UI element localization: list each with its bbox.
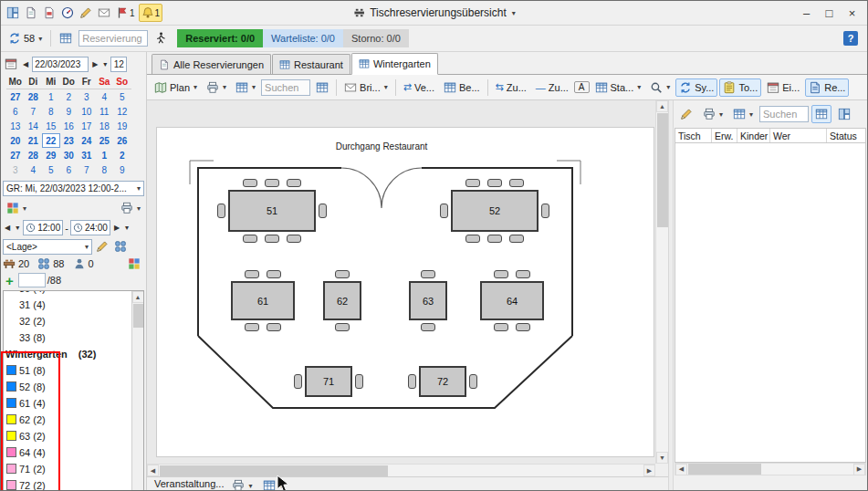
table-view-button[interactable] — [811, 105, 831, 123]
calendar-day[interactable]: 3 — [6, 162, 25, 177]
list-item[interactable]: 33 (8) — [4, 329, 131, 346]
calendar-day[interactable]: 22 — [42, 133, 60, 148]
layout-button[interactable]: ▾ — [729, 105, 757, 123]
column-header-tisch[interactable]: Tisch — [675, 129, 712, 142]
time-to-field[interactable]: 24:00 — [70, 220, 110, 235]
plan-button[interactable]: Plan▾ — [151, 78, 201, 97]
panel-search-input[interactable] — [759, 106, 809, 122]
calendar-day[interactable]: 12 — [113, 104, 131, 119]
edit-button[interactable] — [676, 105, 696, 123]
clear-filter-button[interactable] — [94, 238, 110, 255]
mosaic-icon[interactable] — [128, 257, 141, 270]
reservation-lookup-button[interactable] — [56, 29, 76, 47]
list-item[interactable]: 62 (2) — [4, 412, 131, 428]
calendar-day[interactable]: 10 — [78, 104, 96, 119]
maximize-button[interactable]: □ — [818, 4, 841, 22]
calendar-day[interactable]: 2 — [113, 148, 131, 162]
list-item[interactable]: 71 (2) — [4, 461, 131, 477]
scroll-left-icon[interactable]: ◀ — [147, 465, 159, 476]
list-item[interactable]: 51 (8) — [4, 362, 131, 379]
apply-filter-button[interactable] — [312, 78, 332, 97]
list-item[interactable]: 52 (8) — [4, 379, 131, 395]
close-button[interactable]: × — [841, 4, 863, 22]
calendar-day[interactable]: 6 — [60, 162, 78, 177]
prev-date-button[interactable]: ◀ — [21, 60, 30, 68]
calendar-day[interactable]: 17 — [78, 119, 96, 133]
time-dropdown2-button[interactable]: ▾ — [123, 224, 131, 232]
expand-view-button[interactable] — [834, 105, 854, 123]
calendar-day[interactable]: 1 — [42, 89, 60, 104]
calendar-day[interactable]: 7 — [78, 162, 96, 177]
reservation-search-input[interactable] — [78, 30, 148, 47]
calendar-day[interactable]: 28 — [25, 89, 43, 104]
auto-button[interactable]: A — [574, 81, 590, 93]
calendar-day[interactable]: 27 — [6, 148, 25, 162]
calendar-day[interactable]: 15 — [42, 119, 60, 133]
minimize-button[interactable]: – — [795, 4, 818, 22]
bearbeiten-button[interactable]: Be... — [440, 78, 484, 97]
calendar-day[interactable]: 13 — [6, 119, 25, 133]
scroll-thumb[interactable] — [657, 113, 668, 227]
calendar-button[interactable] — [3, 56, 19, 72]
calendar-day[interactable]: 26 — [113, 133, 131, 148]
dashboard-button[interactable] — [59, 5, 76, 21]
calendar-day[interactable]: 7 — [25, 104, 43, 119]
column-header-erw[interactable]: Erw. — [712, 129, 737, 142]
calendar-day[interactable]: 4 — [25, 162, 43, 177]
reservierung-button[interactable]: Re... — [805, 78, 849, 97]
walkin-button[interactable] — [151, 29, 171, 47]
print-button[interactable]: ▾ — [699, 105, 727, 123]
list-item[interactable]: 31 (4) — [4, 297, 131, 313]
group-select[interactable]: GR: Mi, 22/03/2023 12:00-2... ▾ — [3, 181, 144, 196]
calendar-day[interactable]: 3 — [78, 89, 96, 104]
vertical-scrollbar[interactable]: ▲ ▼ — [655, 100, 668, 464]
list-item[interactable]: 30 (4) — [4, 290, 131, 297]
table-62[interactable]: 62 — [323, 281, 361, 320]
add-button[interactable]: + — [3, 274, 16, 287]
column-header-kinder[interactable]: Kinder — [737, 129, 770, 142]
list-item[interactable]: 64 (4) — [4, 444, 131, 461]
calendar-day[interactable]: 9 — [113, 162, 131, 177]
calendar-day[interactable]: 6 — [6, 104, 25, 119]
time-prev-button[interactable]: ◀ — [3, 224, 12, 232]
calendar-day[interactable]: 28 — [25, 148, 43, 162]
print-button[interactable]: ▾ — [203, 78, 230, 97]
column-header-status[interactable]: Status — [827, 129, 868, 142]
eintrag-button[interactable]: Ei... — [763, 78, 803, 97]
statistik-button[interactable]: Sta...▾ — [591, 78, 645, 97]
zuweisen-button[interactable]: ⇆Zu... — [492, 78, 530, 96]
tab-alle-reservierungen[interactable]: Alle Reservierungen — [152, 54, 271, 74]
calendar-day[interactable]: 14 — [25, 119, 43, 133]
layout-button[interactable]: ▾ — [232, 78, 259, 97]
time-dropdown-button[interactable]: ▾ — [14, 224, 21, 232]
scroll-right-icon[interactable]: ▶ — [853, 464, 865, 475]
next-date-button[interactable]: ▶ — [90, 60, 99, 68]
table-51[interactable]: 51 — [228, 190, 316, 232]
flag-button[interactable]: 1 — [114, 5, 137, 21]
calendar-day[interactable]: 5 — [42, 162, 60, 177]
calendar-day[interactable]: 19 — [113, 119, 131, 133]
refresh-button[interactable]: 58 ▾ — [5, 29, 46, 47]
calendar-day[interactable]: 16 — [60, 119, 78, 133]
list-item[interactable]: 61 (4) — [4, 395, 131, 412]
scroll-up-icon[interactable]: ▲ — [132, 291, 144, 303]
verteilen-button[interactable]: ⇄Ve... — [400, 78, 438, 96]
panel-horizontal-scrollbar[interactable]: ◀ ▶ — [675, 463, 866, 475]
calendar-day[interactable]: 5 — [113, 89, 131, 104]
view-options-button[interactable]: ▾ — [3, 199, 30, 217]
scroll-thumb[interactable] — [688, 464, 761, 475]
list-item[interactable]: 72 (2) — [4, 477, 131, 491]
calendar-day[interactable]: 29 — [42, 148, 60, 162]
scroll-down-icon[interactable]: ▼ — [656, 452, 668, 464]
mail-button[interactable] — [96, 5, 112, 21]
briefe-button[interactable]: Bri...▾ — [340, 78, 392, 97]
notifications-button[interactable]: 1 — [139, 4, 163, 22]
form-edit-button[interactable] — [41, 5, 58, 21]
calendar-day[interactable]: 8 — [42, 104, 60, 119]
list-item[interactable]: 32 (2) — [4, 313, 131, 329]
calendar-day[interactable]: 11 — [96, 104, 114, 119]
calendar-day[interactable]: 24 — [78, 133, 96, 148]
lage-select[interactable]: <Lage>▾ — [3, 239, 92, 255]
calendar-day[interactable]: 2 — [60, 89, 78, 104]
table-63[interactable]: 63 — [409, 281, 447, 320]
